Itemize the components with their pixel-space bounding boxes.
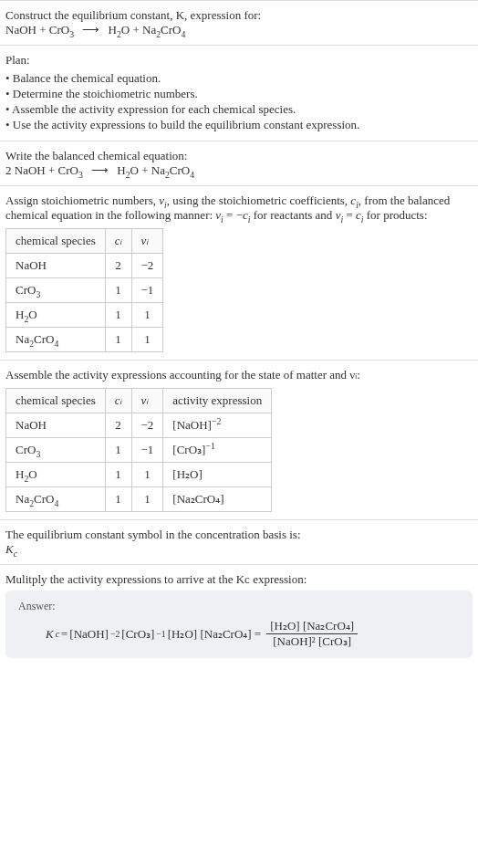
- rhs3: CrO: [170, 163, 190, 177]
- sp2: CrO: [34, 332, 54, 346]
- table-header-row: chemical species cᵢ νᵢ activity expressi…: [6, 389, 272, 413]
- col-ci: cᵢ: [105, 389, 131, 413]
- ci-cell: 1: [105, 278, 131, 303]
- intro-section: Construct the equilibrium constant, K, e…: [0, 0, 478, 45]
- table-row: CrO3 1 −1 [CrO₃]−1: [6, 438, 272, 463]
- vi-cell: 1: [131, 328, 163, 352]
- table-row: H2O 1 1: [6, 303, 163, 328]
- rhs3: CrO: [161, 23, 181, 37]
- species-cell: NaOH: [6, 254, 106, 278]
- sub: 3: [69, 29, 74, 39]
- col-vi: νᵢ: [131, 389, 163, 413]
- lhs: 2 NaOH + CrO: [5, 163, 78, 177]
- text: , using the stoichiometric coefficients,: [167, 193, 351, 207]
- sp2: CrO: [34, 492, 54, 506]
- sp2: O: [28, 467, 36, 481]
- sub: 3: [36, 289, 40, 299]
- reaction-arrow-icon: ⟶: [86, 163, 114, 177]
- species-cell: CrO3: [6, 438, 106, 463]
- species-cell: H2O: [6, 303, 106, 328]
- term: [H₂O] [Na₂CrO₄] =: [168, 627, 261, 642]
- kc-expression: Kc = [NaOH]−2 [CrO₃]−1 [H₂O] [Na₂CrO₄] =…: [46, 619, 460, 649]
- ci-cell: 1: [105, 487, 131, 512]
- table-row: NaOH 2 −2: [6, 254, 163, 278]
- act: [NaOH]: [172, 418, 212, 432]
- activity-cell: [NaOH]−2: [163, 413, 272, 438]
- sub: 4: [54, 339, 58, 349]
- symbol-section: The equilibrium constant symbol in the c…: [0, 519, 478, 564]
- activity-cell: [H₂O]: [163, 463, 272, 487]
- col-species: chemical species: [6, 229, 106, 254]
- eq: =: [343, 208, 356, 222]
- ci-cell: 1: [105, 438, 131, 463]
- rhs1: H: [109, 23, 117, 37]
- rhs2: O + Na: [121, 23, 156, 37]
- fraction: [H₂O] [Na₂CrO₄] [NaOH]² [CrO₃]: [266, 619, 358, 649]
- k: K: [46, 627, 54, 642]
- vi-label: νᵢ: [141, 234, 149, 247]
- table-row: H2O 1 1 [H₂O]: [6, 463, 272, 487]
- kc-symbol: Kc: [5, 542, 473, 557]
- sp2: O: [28, 308, 36, 321]
- table-header-row: chemical species cᵢ νᵢ: [6, 229, 163, 254]
- sp: NaOH: [16, 418, 47, 432]
- vi-cell: −1: [131, 438, 163, 463]
- ci-label: cᵢ: [115, 393, 122, 407]
- species-cell: NaOH: [6, 413, 106, 438]
- sp: CrO: [16, 283, 36, 297]
- eq: =: [61, 627, 68, 642]
- text: Assign stoichiometric numbers,: [5, 193, 159, 207]
- sp: H: [16, 467, 24, 481]
- vi-cell: 1: [131, 487, 163, 512]
- ci-cell: 1: [105, 303, 131, 328]
- col-species: chemical species: [6, 389, 106, 413]
- table-row: NaOH 2 −2 [NaOH]−2: [6, 413, 272, 438]
- c-sub: c: [14, 549, 17, 559]
- col-activity: activity expression: [163, 389, 272, 413]
- species-cell: CrO3: [6, 278, 106, 303]
- reaction-arrow-icon: ⟶: [77, 23, 105, 37]
- rhs1: H: [117, 163, 125, 177]
- activity-cell: [Na₂CrO₄]: [163, 487, 272, 512]
- activity-table: chemical species cᵢ νᵢ activity expressi…: [5, 388, 272, 512]
- multiply-section: Mulitply the activity expressions to arr…: [0, 564, 478, 665]
- k: K: [5, 542, 14, 556]
- intro-equation: NaOH + CrO3 ⟶ H2O + Na2CrO4: [5, 23, 473, 37]
- sub: 4: [54, 498, 58, 508]
- sp: Na: [16, 492, 29, 506]
- plan-item: • Use the activity expressions to build …: [5, 118, 473, 132]
- numerator: [H₂O] [Na₂CrO₄]: [266, 619, 358, 634]
- table-row: Na2CrO4 1 1 [Na₂CrO₄]: [6, 487, 272, 512]
- vi-cell: 1: [131, 303, 163, 328]
- text: Mulitply the activity expressions to arr…: [5, 572, 307, 586]
- vi-cell: 1: [131, 463, 163, 487]
- sp: NaOH: [16, 258, 47, 272]
- rhs2: O + Na: [130, 163, 165, 177]
- vi-label: νᵢ: [141, 393, 149, 407]
- plan-item: • Determine the stoichiometric numbers.: [5, 87, 473, 101]
- ci-cell: 1: [105, 328, 131, 352]
- table-row: Na2CrO4 1 1: [6, 328, 163, 352]
- plan-title: Plan:: [5, 53, 473, 68]
- col-vi: νᵢ: [131, 229, 163, 254]
- species-cell: H2O: [6, 463, 106, 487]
- balanced-title: Write the balanced chemical equation:: [5, 149, 473, 163]
- term: [NaOH]: [69, 627, 109, 642]
- sp: H: [16, 308, 24, 321]
- col-ci: cᵢ: [105, 229, 131, 254]
- balanced-equation: 2 NaOH + CrO3 ⟶ H2O + Na2CrO4: [5, 163, 473, 178]
- term: [CrO₃]: [121, 627, 154, 642]
- sub: 3: [78, 170, 83, 180]
- answer-label: Answer:: [18, 600, 460, 613]
- sp: CrO: [16, 443, 36, 456]
- text: for reactants and: [251, 208, 336, 222]
- sub: 4: [190, 170, 194, 180]
- lhs: NaOH + CrO: [5, 23, 69, 37]
- plan-item: • Balance the chemical equation.: [5, 71, 473, 86]
- assemble-section: Assemble the activity expressions accoun…: [0, 360, 478, 519]
- answer-box: Answer: Kc = [NaOH]−2 [CrO₃]−1 [H₂O] [Na…: [5, 591, 473, 658]
- vi-cell: −2: [131, 413, 163, 438]
- denominator: [NaOH]² [CrO₃]: [266, 634, 358, 649]
- sub: 3: [36, 449, 40, 459]
- exp: −1: [205, 441, 214, 451]
